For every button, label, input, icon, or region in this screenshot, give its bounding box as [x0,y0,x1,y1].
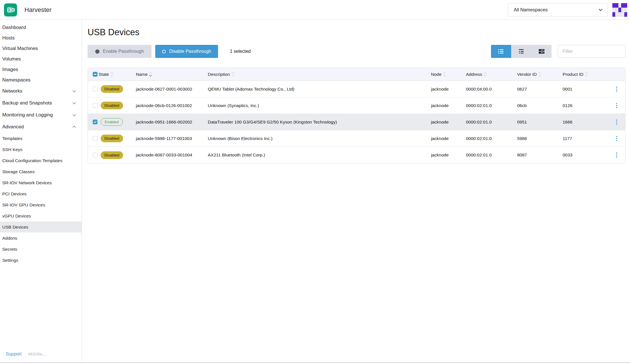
filled-circle-icon [95,49,100,54]
enable-passthrough-button[interactable]: Enable Passthrough [88,45,152,58]
sidebar-item-volumes[interactable]: Volumes [0,54,82,64]
row-checkbox-cell [88,153,99,158]
namespace-selector-value: All Namespaces [514,7,599,12]
row-actions-menu-button[interactable] [613,102,620,109]
row-checkbox-cell [88,120,99,124]
status-badge: Disabled [101,135,123,142]
sort-arrows-icon [232,73,234,76]
column-header-name[interactable]: Name [136,72,208,77]
product-id-cell: 0126 [563,103,612,108]
sidebar-item-addons[interactable]: Addons [0,233,82,244]
selection-count-text: 1 selected [230,49,251,54]
checkmark-icon [94,120,97,123]
sidebar-group-networks[interactable]: Networks [0,85,82,97]
table-row: Enabledjacknode-0951-1666-002002DataTrav… [88,114,625,130]
column-header-node[interactable]: Node [431,72,466,77]
column-header-address[interactable]: Address [466,72,517,77]
vendor-id-cell: 0627 [517,87,563,92]
row-actions-menu-button[interactable] [613,118,620,126]
row-checkbox-cell [88,136,99,141]
namespace-selector[interactable]: All Namespaces [508,3,608,17]
status-badge: Disabled [101,85,123,93]
row-checkbox[interactable] [93,103,98,108]
sidebar-item-sr-iov-gpu-devices[interactable]: SR-IOV GPU Devices [0,199,82,210]
harvester-logo-icon[interactable] [4,3,17,16]
kebab-dot-icon [616,87,617,88]
view-mode-cards-button[interactable] [531,45,552,58]
name-cell: jacknode-5986-1177-001003 [136,136,208,141]
vendor-id-cell: 0951 [517,120,563,125]
sidebar-item-images[interactable]: Images [0,64,82,75]
sidebar-group-advanced[interactable]: Advanced [0,121,82,133]
sort-arrows-icon [150,73,152,76]
filter-input[interactable] [558,45,625,58]
sidebar-item-vgpu-devices[interactable]: vGPU Devices [0,210,82,221]
sidebar-item-cloud-configuration-templates[interactable]: Cloud Configuration Templates [0,155,82,166]
view-mode-grouped-button[interactable] [511,45,531,58]
kebab-dot-icon [616,89,617,90]
row-checkbox[interactable] [93,136,98,141]
vendor-id-cell: 5986 [517,136,563,141]
view-mode-list-button[interactable] [491,45,511,58]
sidebar-item-sr-iov-network-devices[interactable]: SR-IOV Network Devices [0,177,82,188]
sidebar-item-pci-devices[interactable]: PCI Devices [0,188,82,199]
usb-devices-table: StateNameDescriptionNodeAddressVendor ID… [88,68,625,164]
sort-arrows-icon [111,73,113,76]
disable-passthrough-button[interactable]: Disable Passthrough [155,45,218,58]
column-header-product-id[interactable]: Product ID [563,72,612,77]
top-header: Harvester All Namespaces [0,0,630,20]
table-row: Disabledjacknode-0627-0001-003002QEMU Ta… [88,81,625,97]
row-actions-menu-button[interactable] [613,151,620,159]
column-header-state[interactable]: State [99,72,136,77]
column-header-description[interactable]: Description [208,72,431,77]
row-checkbox-cell [88,103,99,108]
sidebar-item-hosts[interactable]: Hosts [0,33,82,43]
support-link[interactable]: Support [6,352,22,357]
disable-passthrough-label: Disable Passthrough [169,49,211,54]
row-actions-menu-button[interactable] [613,85,620,93]
sidebar-item-settings[interactable]: Settings [0,255,82,266]
sidebar-item-secrets[interactable]: Secrets [0,244,82,255]
sidebar-item-virtual-machines[interactable]: Virtual Machines [0,43,82,54]
chevron-down-icon [72,101,76,104]
sort-arrows-icon [444,73,445,76]
row-actions-menu-button[interactable] [613,135,620,142]
grouped-view-icon [518,49,524,54]
address-cell: 0000:02:01.0 [466,152,517,158]
sidebar-item-ssh-keys[interactable]: SSH Keys [0,144,82,155]
sidebar-nav: DashboardHostsVirtual MachinesVolumesIma… [0,22,82,266]
select-all-checkbox[interactable] [93,72,98,77]
kebab-dot-icon [616,140,617,141]
sidebar-group-monitoring-and-logging[interactable]: Monitoring and Logging [0,109,82,121]
sidebar-item-namespaces[interactable]: Namespaces [0,75,82,85]
state-cell: Disabled [99,151,136,159]
state-cell: Disabled [99,102,136,109]
description-cell: Unknown (Synaptics, Inc.) [208,103,431,108]
kebab-dot-icon [616,122,617,123]
name-cell: jacknode-06cb-0126-001002 [136,103,208,108]
sidebar-group-label: Monitoring and Logging [2,112,73,118]
vendor-id-cell: 06cb [517,103,563,108]
row-checkbox[interactable] [93,153,98,158]
row-checkbox[interactable] [93,120,98,124]
sidebar-item-dashboard[interactable]: Dashboard [0,22,82,33]
address-cell: 0000:02:01.0 [466,120,517,125]
kebab-dot-icon [616,136,617,137]
name-cell: jacknode-0951-1666-002002 [136,120,208,125]
user-avatar-identicon[interactable] [612,3,627,17]
column-header-vendor-id[interactable]: Vendor ID [517,72,563,77]
sidebar-item-usb-devices[interactable]: USB Devices [0,221,82,233]
description-cell: Unknown (Bison Electronics Inc.) [208,136,431,141]
description-cell: DataTraveler 100 G3/G4/SE9 G2/50 Kyson (… [208,120,431,125]
node-cell: jacknode [431,120,466,125]
row-checkbox[interactable] [93,87,98,91]
status-badge: Disabled [101,151,123,159]
view-mode-toggle-group [491,45,552,58]
table-row: Disabledjacknode-5986-1177-001003Unknown… [88,130,625,147]
sidebar-item-templates[interactable]: Templates [0,133,82,144]
sidebar-group-backup-and-snapshots[interactable]: Backup and Snapshots [0,97,82,109]
table-row: Disabledjacknode-06cb-0126-001002Unknown… [88,97,625,114]
sidebar-item-storage-classes[interactable]: Storage Classes [0,166,82,177]
status-badge: Enabled [101,118,123,126]
chevron-up-icon [72,126,76,129]
